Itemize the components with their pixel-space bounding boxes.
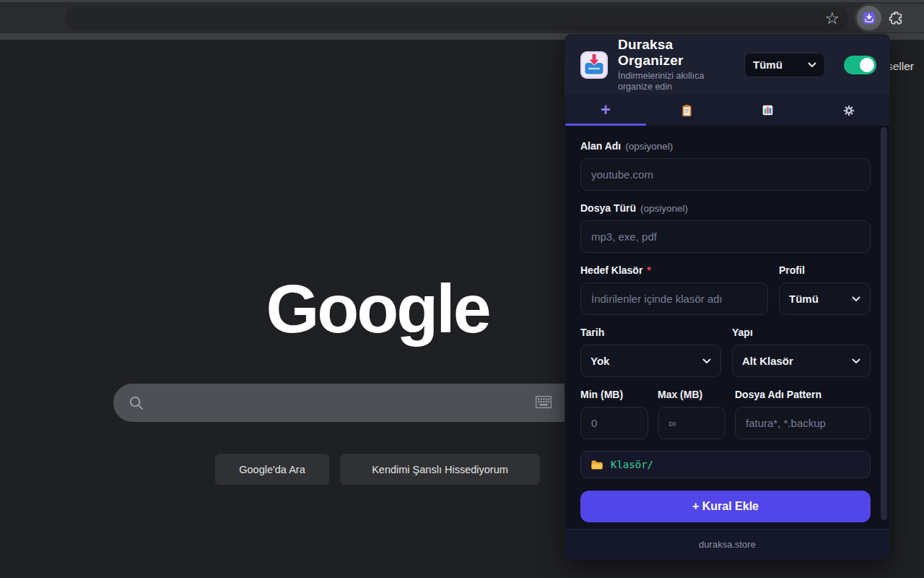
toggle-knob bbox=[860, 58, 874, 72]
domain-label: Alan Adı bbox=[580, 140, 621, 152]
lucky-button[interactable]: Kendimi Şanslı Hissediyorum bbox=[340, 454, 540, 485]
structure-label: Yapı bbox=[732, 327, 753, 338]
google-search-bar[interactable] bbox=[113, 384, 639, 422]
date-label: Tarih bbox=[580, 327, 604, 338]
field-min-size: Min (MB) bbox=[580, 389, 648, 439]
address-bar[interactable] bbox=[65, 6, 848, 30]
popup-tab-bar: + bbox=[565, 95, 889, 126]
gear-icon bbox=[842, 104, 855, 117]
field-structure: Yapı Alt Klasör bbox=[732, 327, 871, 377]
duraksa-app-icon bbox=[580, 51, 609, 79]
google-search-button[interactable]: Google'da Ara bbox=[215, 454, 329, 485]
popup-header: Duraksa Organizer İndirmelerinizi akıllı… bbox=[565, 35, 889, 95]
profile-select-value: Tümü bbox=[789, 293, 819, 305]
field-date: Tarih Yok bbox=[580, 327, 721, 377]
popup-titles: Duraksa Organizer İndirmelerinizi akıllı… bbox=[618, 37, 735, 92]
filename-pattern-label: Dosya Adı Pattern bbox=[735, 389, 821, 400]
popup-footer: duraksa.store bbox=[565, 529, 889, 559]
structure-select[interactable]: Alt Klasör bbox=[732, 345, 871, 377]
tab-stats[interactable] bbox=[728, 95, 808, 126]
header-profile-select[interactable]: Tümü bbox=[744, 53, 825, 77]
chevron-down-icon bbox=[808, 62, 816, 68]
scrollbar-thumb[interactable] bbox=[881, 127, 887, 520]
profile-select[interactable]: Tümü bbox=[779, 282, 871, 315]
magnifier-icon bbox=[128, 394, 144, 411]
max-size-input[interactable] bbox=[658, 407, 725, 439]
max-size-label: Max (MB) bbox=[658, 389, 702, 400]
footer-link[interactable]: duraksa.store bbox=[699, 539, 756, 550]
chevron-down-icon bbox=[852, 296, 860, 302]
popup-scrollbar[interactable] bbox=[881, 127, 887, 527]
min-size-input[interactable] bbox=[580, 407, 648, 439]
tab-add-rule[interactable]: + bbox=[565, 95, 646, 126]
tab-settings[interactable] bbox=[808, 95, 889, 126]
filetype-optional-hint: (opsiyonel) bbox=[640, 203, 688, 214]
duraksa-extension-button[interactable] bbox=[857, 6, 881, 30]
chevron-down-icon bbox=[852, 358, 860, 364]
domain-input[interactable] bbox=[580, 158, 871, 191]
field-profile: Profil Tümü bbox=[779, 264, 871, 315]
extension-enabled-toggle[interactable] bbox=[844, 56, 876, 74]
field-max-size: Max (MB) bbox=[658, 389, 725, 439]
extensions-area bbox=[855, 4, 924, 33]
chevron-down-icon bbox=[702, 358, 711, 364]
field-filetype: Dosya Türü (opsiyonel) bbox=[580, 202, 871, 253]
browser-toolbar: ☆ bbox=[0, 2, 924, 33]
domain-optional-hint: (opsiyonel) bbox=[625, 141, 673, 152]
duraksa-extension-popup: Duraksa Organizer İndirmelerinizi akıllı… bbox=[565, 34, 890, 560]
bookmark-star-icon[interactable]: ☆ bbox=[824, 7, 840, 29]
filename-pattern-input[interactable] bbox=[735, 407, 871, 439]
google-logo: Google bbox=[251, 269, 504, 348]
header-profile-select-value: Tümü bbox=[753, 59, 783, 71]
date-select[interactable]: Yok bbox=[580, 345, 721, 377]
filetype-input[interactable] bbox=[580, 220, 871, 253]
field-domain: Alan Adı (opsiyonel) bbox=[580, 140, 871, 191]
field-filename-pattern: Dosya Adı Pattern bbox=[735, 389, 871, 439]
target-folder-input[interactable] bbox=[580, 282, 768, 315]
target-folder-label: Hedef Klasör bbox=[580, 264, 642, 276]
popup-form: Alan Adı (opsiyonel) Dosya Türü (opsiyon… bbox=[565, 126, 889, 529]
keyboard-icon[interactable] bbox=[536, 396, 552, 408]
plus-icon: + bbox=[601, 101, 611, 118]
profile-label: Profil bbox=[779, 264, 805, 276]
field-target-folder: Hedef Klasör * bbox=[580, 264, 768, 315]
popup-title: Duraksa Organizer bbox=[618, 37, 735, 69]
tab-rules-list[interactable] bbox=[646, 95, 727, 126]
filetype-label: Dosya Türü bbox=[580, 202, 636, 214]
folder-icon bbox=[590, 460, 603, 470]
add-rule-button[interactable]: + Kural Ekle bbox=[580, 491, 871, 522]
folder-path-preview: Klasör/ bbox=[580, 451, 871, 478]
google-search-input[interactable] bbox=[144, 384, 520, 422]
duraksa-extension-icon bbox=[862, 11, 876, 25]
bar-chart-icon bbox=[762, 104, 774, 116]
clipboard-icon bbox=[681, 104, 693, 117]
date-select-value: Yok bbox=[590, 355, 609, 367]
required-asterisk: * bbox=[647, 264, 650, 276]
popup-subtitle: İndirmelerinizi akıllıca organize edin bbox=[618, 71, 735, 92]
folder-path-text: Klasör/ bbox=[611, 459, 653, 470]
min-size-label: Min (MB) bbox=[580, 389, 623, 400]
extensions-puzzle-icon[interactable] bbox=[887, 9, 905, 27]
structure-select-value: Alt Klasör bbox=[742, 355, 793, 367]
